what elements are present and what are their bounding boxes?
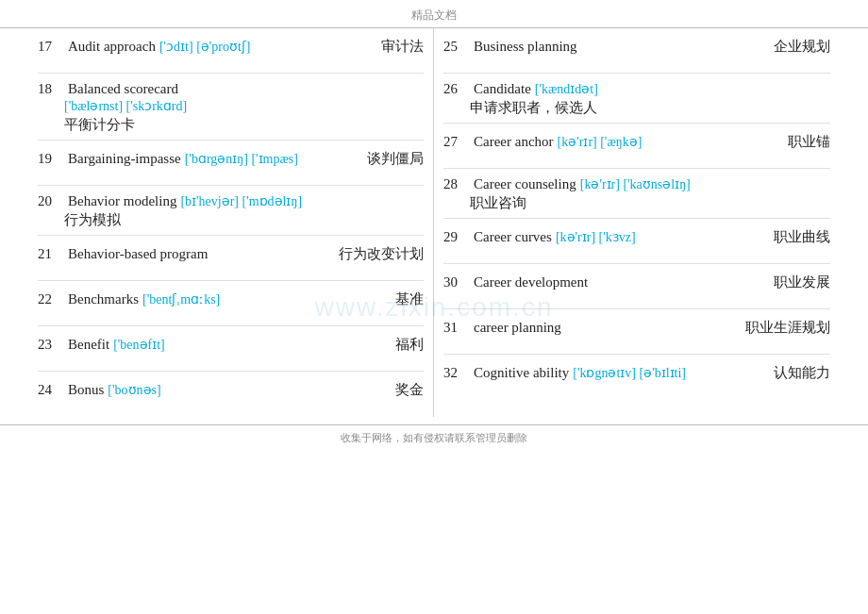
entry-chinese: 奖金 [395, 381, 424, 399]
list-item: 22Benchmarks['bentʃˌmɑːks]基准 [38, 281, 424, 326]
entry-phonetic: [kə'rɪr] ['kɜvz] [556, 229, 636, 245]
entry-chinese: 谈判僵局 [367, 150, 424, 168]
list-item: 27Career anchor[kə'rɪr] ['æŋkə]职业锚 [443, 124, 830, 169]
entry-chinese: 审计法 [381, 38, 424, 56]
entry-term: Behavior-based program [68, 246, 208, 262]
list-item: 28Career counseling[kə'rɪr] ['kaʊnsəlɪŋ]… [443, 169, 830, 219]
list-item: 25Business planning企业规划 [443, 28, 830, 74]
entry-number: 23 [38, 337, 64, 353]
entry-number: 19 [38, 151, 64, 167]
entry-term: Career development [474, 274, 588, 290]
entry-chinese: 福利 [395, 336, 424, 354]
entry-number: 32 [443, 365, 470, 381]
header-text: 精品文档 [411, 8, 457, 22]
footer-text: 收集于网络，如有侵权请联系管理员删除 [341, 432, 527, 443]
entry-number: 27 [443, 134, 470, 150]
left-column: 17Audit approach['ɔdɪt] [ə'proʊtʃ]审计法18B… [28, 28, 434, 417]
list-item: 24Bonus['boʊnəs]奖金 [38, 372, 424, 417]
entry-phonetic: ['boʊnəs] [108, 382, 160, 398]
entry-chinese-block: 职业咨询 [443, 194, 830, 212]
entry-term: Bonus [68, 382, 104, 398]
entry-number: 31 [443, 320, 470, 336]
entry-phonetic: ['benəfɪt] [113, 337, 165, 353]
entry-term: Business planning [474, 39, 577, 55]
list-item: 18Balanced scorecard['bælərnst] ['skɔrkɑ… [38, 74, 424, 141]
entry-chinese-block: 平衡计分卡 [38, 116, 424, 134]
entry-number: 24 [38, 382, 64, 398]
list-item: 30Career development职业发展 [443, 264, 830, 309]
entry-number: 21 [38, 246, 64, 262]
list-item: 26Candidate['kændɪdət]申请求职者，候选人 [443, 74, 830, 124]
entry-chinese: 职业锚 [788, 133, 830, 151]
entry-phonetic: ['bentʃˌmɑːks] [142, 291, 220, 307]
entry-number: 29 [443, 229, 470, 245]
entry-term: Cognitive ability [474, 365, 569, 381]
entry-term: Candidate [474, 81, 531, 97]
entry-chinese: 行为改变计划 [339, 245, 424, 263]
list-item: 32Cognitive ability['kɒgnətɪv] [ə'bɪlɪti… [443, 355, 830, 400]
entry-term: Career curves [474, 229, 552, 245]
entry-term: Career counseling [474, 176, 576, 192]
entry-phonetic: [bɪ'hevjər] ['mɒdəlɪŋ] [180, 193, 302, 209]
entry-term: Benchmarks [68, 291, 139, 307]
entry-term: Bargaining-impasse [68, 151, 181, 167]
entry-number: 30 [443, 274, 470, 290]
page-footer: 收集于网络，如有侵权请联系管理员删除 [0, 424, 868, 449]
entry-phonetic: ['kændɪdət] [535, 81, 598, 97]
entry-phonetic: ['kɒgnətɪv] [ə'bɪlɪti] [573, 365, 686, 381]
list-item: 31career planning职业生涯规划 [443, 309, 830, 355]
entry-chinese-block: 行为模拟 [38, 211, 424, 229]
entry-phonetic: [kə'rɪr] ['kaʊnsəlɪŋ] [580, 176, 691, 192]
entry-term: Benefit [68, 337, 109, 353]
list-item: 21Behavior-based program行为改变计划 [38, 236, 424, 281]
list-item: 29Career curves[kə'rɪr] ['kɜvz]职业曲线 [443, 219, 830, 264]
entry-number: 20 [38, 193, 64, 209]
entry-number: 25 [443, 39, 470, 55]
entry-chinese: 认知能力 [774, 364, 830, 382]
list-item: 17Audit approach['ɔdɪt] [ə'proʊtʃ]审计法 [38, 28, 424, 74]
entry-chinese: 基准 [395, 290, 424, 308]
entry-term: Balanced scorecard [68, 81, 178, 97]
entry-term: Behavior modeling [68, 193, 176, 209]
entry-number: 17 [38, 39, 64, 55]
entry-term: Career anchor [474, 134, 554, 150]
entry-chinese-block: 申请求职者，候选人 [443, 99, 830, 117]
entry-chinese: 企业规划 [774, 38, 830, 56]
entry-number: 26 [443, 81, 470, 97]
entry-phonetic: ['bɑrgənɪŋ] ['ɪmpæs] [185, 151, 298, 167]
entry-number: 22 [38, 291, 64, 307]
entry-chinese: 职业曲线 [774, 228, 830, 246]
list-item: 23Benefit['benəfɪt]福利 [38, 326, 424, 372]
right-column: 25Business planning企业规划26Candidate['kænd… [434, 28, 840, 417]
list-item: 19Bargaining-impasse['bɑrgənɪŋ] ['ɪmpæs]… [38, 141, 424, 186]
content-area: 17Audit approach['ɔdɪt] [ə'proʊtʃ]审计法18B… [0, 28, 868, 417]
list-item: 20Behavior modeling[bɪ'hevjər] ['mɒdəlɪŋ… [38, 186, 424, 236]
entry-number: 18 [38, 81, 64, 97]
entry-term: Audit approach [68, 39, 156, 55]
entry-phonetic: [kə'rɪr] ['æŋkə] [558, 134, 643, 150]
entry-chinese: 职业发展 [774, 274, 830, 291]
entry-phonetic-block: ['bælərnst] ['skɔrkɑrd] [38, 98, 424, 114]
entry-chinese: 职业生涯规划 [745, 319, 830, 337]
entry-number: 28 [443, 176, 470, 192]
entry-phonetic: ['ɔdɪt] [ə'proʊtʃ] [159, 39, 251, 55]
entry-term: career planning [474, 320, 561, 336]
page-header: 精品文档 [0, 0, 868, 28]
